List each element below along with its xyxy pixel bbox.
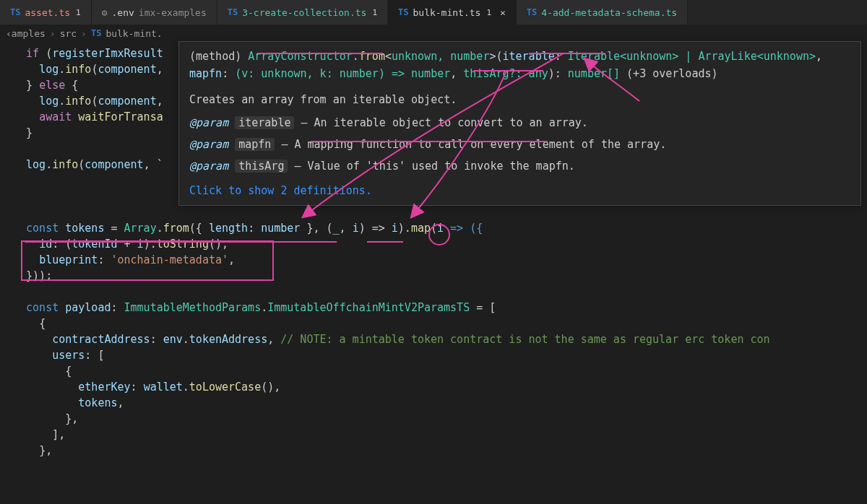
code-line: })); <box>13 268 854 284</box>
tab-create-collection[interactable]: TS 3-create-collection.ts 1 <box>217 0 388 25</box>
code-line: etherKey: wallet.toLowerCase(), <box>13 379 854 395</box>
ts-icon: TS <box>91 28 101 38</box>
tab-label: .env <box>112 7 134 18</box>
hover-tooltip: (method) ArrayConstructor.from<unknown, … <box>178 41 861 206</box>
code-line: { <box>13 363 854 379</box>
tab-bulk-mint[interactable]: TS bulk-mint.ts 1 × <box>388 0 517 25</box>
code-line: { <box>13 316 854 331</box>
tab-label: 3-create-collection.ts <box>242 7 366 18</box>
ts-icon: TS <box>228 7 238 17</box>
breadcrumb-part: ‹amples <box>6 28 46 39</box>
code-line: }, <box>13 411 854 427</box>
code-editor[interactable]: (method) ArrayConstructor.from<unknown, … <box>0 41 867 463</box>
chevron-right-icon: › <box>50 28 56 39</box>
tab-bar: TS asset.ts 1 ⚙ .env imx-examples TS 3-c… <box>0 0 867 25</box>
close-icon[interactable]: × <box>500 7 506 18</box>
code-line: }, <box>13 443 854 459</box>
chevron-right-icon: › <box>81 28 87 39</box>
tab-asset[interactable]: TS asset.ts 1 <box>0 0 92 25</box>
tooltip-description: Creates an array from an iterable object… <box>189 91 850 108</box>
breadcrumb[interactable]: ‹amples › src › TS bulk-mint. <box>0 25 867 41</box>
param-row: @param iterable — An iterable object to … <box>189 114 850 131</box>
tab-dirty-indicator: 1 <box>76 8 81 17</box>
code-line: const payload: ImmutableMethodParams.Imm… <box>13 300 854 316</box>
param-row: @param thisArg — Value of 'this' used to… <box>189 157 850 175</box>
show-definitions-link[interactable]: Click to show 2 definitions. <box>189 182 850 199</box>
code-line <box>13 204 854 220</box>
tab-env[interactable]: ⚙ .env imx-examples <box>92 0 217 25</box>
gear-icon: ⚙ <box>102 7 108 18</box>
tab-add-metadata[interactable]: TS 4-add-metadata-schema.ts <box>517 0 688 25</box>
breadcrumb-part: src <box>60 28 77 39</box>
code-line: id: (tokenId + i).toString(), <box>13 236 854 252</box>
tab-dirty-indicator: 1 <box>486 8 491 17</box>
tab-label: bulk-mint.ts <box>413 7 480 18</box>
code-line: const tokens = Array.from({ length: numb… <box>13 220 854 236</box>
code-line: blueprint: 'onchain-metadata', <box>13 252 854 268</box>
code-line: contractAddress: env.tokenAddress, // NO… <box>13 331 854 347</box>
tab-label: asset.ts <box>25 7 70 18</box>
param-row: @param mapfn — A mapping function to cal… <box>189 136 850 153</box>
tab-label: 4-add-metadata-schema.ts <box>541 7 677 18</box>
ts-icon: TS <box>527 7 537 17</box>
breadcrumb-part: bulk-mint. <box>105 28 162 39</box>
signature: (method) ArrayConstructor.from<unknown, … <box>189 48 850 82</box>
code-line: users: [ <box>13 347 854 363</box>
ts-icon: TS <box>10 7 20 17</box>
tab-suffix: imx-examples <box>139 7 207 18</box>
code-line: tokens, <box>13 395 854 411</box>
ts-icon: TS <box>398 7 408 17</box>
tab-dirty-indicator: 1 <box>372 8 377 17</box>
code-line: ], <box>13 427 854 443</box>
code-line <box>13 284 854 300</box>
